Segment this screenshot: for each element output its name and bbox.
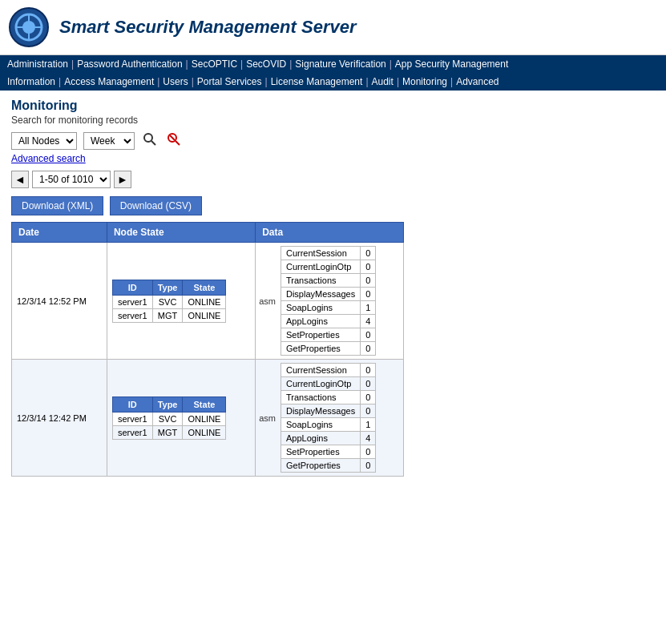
data-value: 0 — [361, 459, 376, 473]
data-value: 0 — [361, 364, 376, 377]
main-content: Monitoring Search for monitoring records… — [0, 91, 666, 485]
nav-secovid[interactable]: SecOVID — [244, 58, 289, 70]
nav-bar-2: Information | Access Management | Users … — [0, 73, 666, 91]
data-label: CurrentSession — [281, 247, 360, 260]
data-value: 4 — [361, 432, 376, 445]
nodes-select[interactable]: All Nodes — [11, 132, 77, 150]
download-xml-button[interactable]: Download (XML) — [11, 196, 103, 215]
node-col-header: State — [183, 396, 226, 412]
monitoring-table: Date Node State Data 12/3/14 12:52 PMIDT… — [11, 222, 404, 477]
node-id: server1 — [112, 412, 152, 425]
data-label: AppLogins — [281, 315, 360, 328]
nav-information[interactable]: Information — [5, 75, 58, 88]
node-col-header: Type — [152, 396, 183, 412]
node-type: SVC — [152, 295, 183, 308]
prev-page-button[interactable]: ◄ — [11, 171, 29, 188]
data-label: Transactions — [281, 391, 360, 405]
data-value: 0 — [361, 274, 376, 288]
data-label: GetProperties — [281, 342, 360, 356]
date-cell: 12/3/14 12:42 PM — [12, 360, 107, 477]
header: Smart Security Management Server — [0, 0, 666, 55]
nav-signature-verification[interactable]: Signature Verification — [293, 58, 388, 70]
app-title: Smart Security Management Server — [59, 17, 357, 38]
nav-advanced[interactable]: Advanced — [454, 75, 501, 88]
date-cell: 12/3/14 12:52 PM — [12, 243, 107, 360]
data-cell: asmCurrentSession0CurrentLoginOtp0Transa… — [256, 243, 404, 360]
node-type: MGT — [152, 308, 183, 322]
data-label: DisplayMessages — [281, 288, 360, 301]
logo — [8, 6, 50, 48]
data-value: 0 — [361, 288, 376, 301]
clear-search-button[interactable] — [165, 132, 183, 150]
nav-access-management[interactable]: Access Management — [62, 75, 156, 88]
data-cell: asmCurrentSession0CurrentLoginOtp0Transa… — [256, 360, 404, 477]
nav-license-management[interactable]: License Management — [268, 75, 365, 88]
data-value: 0 — [361, 247, 376, 260]
pagination: ◄ 1-50 of 1010 ► — [11, 171, 655, 188]
svg-line-8 — [176, 141, 180, 145]
nav-portal-services[interactable]: Portal Services — [195, 75, 264, 88]
data-label: DisplayMessages — [281, 405, 360, 418]
download-csv-button[interactable]: Download (CSV) — [110, 196, 202, 215]
search-button[interactable] — [141, 132, 159, 150]
data-value: 0 — [361, 328, 376, 342]
data-label: CurrentLoginOtp — [281, 377, 360, 391]
node-col-header: ID — [112, 280, 152, 295]
data-label: GetProperties — [281, 459, 360, 473]
data-label: AppLogins — [281, 432, 360, 445]
data-value: 0 — [361, 445, 376, 459]
data-label: SoapLogins — [281, 301, 360, 315]
data-label: SetProperties — [281, 328, 360, 342]
col-date: Date — [12, 223, 107, 243]
data-label: SetProperties — [281, 445, 360, 459]
data-value: 1 — [361, 301, 376, 315]
node-type: SVC — [152, 412, 183, 425]
nav-audit[interactable]: Audit — [369, 75, 396, 88]
table-row: 12/3/14 12:52 PMIDTypeStateserver1SVCONL… — [12, 243, 404, 360]
controls-row: All Nodes Week Day Month — [11, 132, 655, 150]
data-label: CurrentLoginOtp — [281, 260, 360, 274]
node-state: ONLINE — [183, 295, 226, 308]
col-node-state: Node State — [107, 223, 255, 243]
page-title: Monitoring — [11, 99, 655, 113]
data-label: Transactions — [281, 274, 360, 288]
data-value: 0 — [361, 260, 376, 274]
nav-password-auth[interactable]: Password Authentication — [75, 58, 184, 70]
node-state-cell: IDTypeStateserver1SVCONLINEserver1MGTONL… — [107, 243, 255, 360]
download-row: Download (XML) Download (CSV) — [11, 196, 655, 215]
advanced-search-link[interactable]: Advanced search — [11, 153, 655, 164]
node-state-cell: IDTypeStateserver1SVCONLINEserver1MGTONL… — [107, 360, 255, 477]
nav-users[interactable]: Users — [160, 75, 190, 88]
nav-administration[interactable]: Administration — [5, 58, 71, 70]
data-label: CurrentSession — [281, 364, 360, 377]
svg-line-9 — [170, 135, 175, 140]
page-subtitle: Search for monitoring records — [11, 115, 655, 126]
nav-app-security[interactable]: App Security Management — [393, 58, 511, 70]
data-value: 1 — [361, 418, 376, 432]
nav-monitoring[interactable]: Monitoring — [400, 75, 450, 88]
node-col-header: State — [183, 280, 226, 295]
data-value: 0 — [361, 377, 376, 391]
node-id: server1 — [112, 295, 152, 308]
node-col-header: ID — [112, 396, 152, 412]
node-state: ONLINE — [183, 308, 226, 322]
node-id: server1 — [112, 308, 152, 322]
node-type: MGT — [152, 425, 183, 439]
node-col-header: Type — [152, 280, 183, 295]
data-value: 0 — [361, 342, 376, 356]
asm-label: asm — [259, 296, 276, 306]
period-select[interactable]: Week Day Month — [83, 132, 135, 150]
asm-label: asm — [259, 413, 276, 423]
node-state: ONLINE — [183, 425, 226, 439]
data-value: 4 — [361, 315, 376, 328]
next-page-button[interactable]: ► — [114, 171, 131, 188]
data-value: 0 — [361, 391, 376, 405]
table-row: 12/3/14 12:42 PMIDTypeStateserver1SVCONL… — [12, 360, 404, 477]
nav-secoptic[interactable]: SecOPTIC — [189, 58, 240, 70]
data-label: SoapLogins — [281, 418, 360, 432]
col-data: Data — [256, 223, 404, 243]
svg-line-6 — [151, 141, 155, 145]
node-state: ONLINE — [183, 412, 226, 425]
page-range-select[interactable]: 1-50 of 1010 — [32, 171, 111, 188]
nav-bar-1: Administration | Password Authentication… — [0, 55, 666, 73]
